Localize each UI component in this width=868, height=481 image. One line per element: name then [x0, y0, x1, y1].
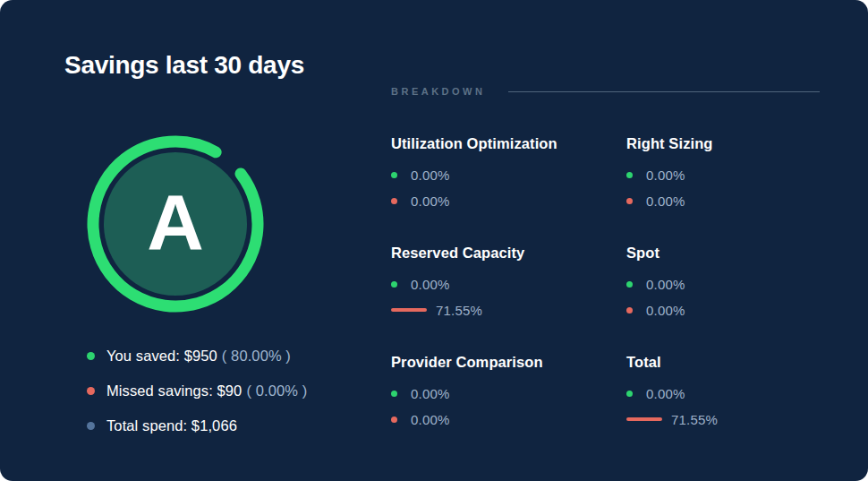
missed-dot-icon: [391, 417, 397, 423]
saved-percent-value: 0.00%: [646, 386, 685, 401]
missed-line-row: 71.55%: [626, 411, 820, 427]
saved-dot-icon: [626, 172, 633, 178]
section-provider-comparison: Provider Comparison 0.00% 0.00%: [391, 353, 626, 427]
section-right-sizing: Right Sizing 0.00% 0.00%: [626, 134, 820, 209]
saved-dot-icon: [626, 391, 633, 397]
saved-percent-row: 0.00%: [626, 276, 820, 292]
total-dot-icon: [87, 422, 95, 430]
section-title: Total: [626, 353, 820, 371]
missed-dot-icon: [391, 198, 397, 204]
saved-percent-value: 0.00%: [646, 167, 685, 183]
stat-label: You saved: $950: [106, 348, 217, 364]
saved-percent-row: 0.00%: [391, 385, 626, 401]
stats-list: You saved: $950( 80.00% ) Missed savings…: [87, 348, 307, 434]
section-reserved-capacity: Reserved Capacity 0.00% 71.55%: [391, 244, 626, 318]
missed-percent-value: 71.55%: [436, 303, 482, 318]
missed-dot-icon: [626, 307, 633, 314]
savings-card: Savings last 30 days A You saved: $950( …: [0, 0, 868, 481]
missed-dot-icon: [87, 387, 95, 395]
breakdown-label: BREAKDOWN: [391, 86, 485, 97]
saved-percent-value: 0.00%: [411, 277, 450, 292]
section-spot: Spot 0.00% 0.00%: [626, 244, 820, 318]
section-title: Spot: [626, 244, 820, 262]
page-title: Savings last 30 days: [64, 51, 304, 80]
stat-label: Total spend: $1,066: [106, 417, 237, 434]
saved-dot-icon: [391, 281, 397, 288]
stat-you-saved: You saved: $950( 80.00% ): [87, 348, 307, 364]
saved-percent-row: 0.00%: [626, 385, 820, 401]
saved-dot-icon: [87, 352, 95, 360]
missed-percent-row: 0.00%: [626, 193, 820, 209]
missed-line-row: 71.55%: [391, 302, 626, 318]
missed-percent-row: 0.00%: [391, 411, 626, 427]
missed-dot-icon: [626, 198, 633, 204]
saved-percent-value: 0.00%: [411, 167, 450, 183]
section-title: Right Sizing: [626, 134, 820, 152]
missed-percent-value: 0.00%: [646, 303, 685, 318]
missed-percent-row: 0.00%: [626, 302, 820, 318]
missed-percent-row: 0.00%: [391, 193, 626, 209]
missed-percent-value: 0.00%: [646, 193, 685, 209]
missed-percent-value: 0.00%: [411, 412, 450, 427]
breakdown-grid: Utilization Optimization 0.00% 0.00% Rig…: [391, 134, 820, 427]
saved-dot-icon: [626, 281, 633, 288]
stat-total-spend: Total spend: $1,066: [87, 417, 307, 434]
stat-label: Missed savings: $90: [106, 382, 242, 399]
saved-percent-value: 0.00%: [411, 386, 450, 401]
section-title: Provider Comparison: [391, 353, 626, 371]
saved-percent-row: 0.00%: [391, 276, 626, 292]
missed-percent-value: 71.55%: [671, 412, 718, 427]
stat-percent: ( 0.00% ): [246, 382, 307, 399]
saved-percent-row: 0.00%: [626, 167, 820, 183]
section-title: Reserved Capacity: [391, 244, 626, 262]
saved-percent-value: 0.00%: [646, 277, 685, 292]
breakdown-divider: [508, 91, 820, 92]
section-utilization-optimization: Utilization Optimization 0.00% 0.00%: [391, 134, 626, 209]
stat-missed-savings: Missed savings: $90( 0.00% ): [87, 382, 307, 399]
section-total: Total 0.00% 71.55%: [626, 353, 820, 427]
saved-percent-row: 0.00%: [391, 167, 626, 183]
missed-line-icon: [626, 417, 662, 421]
missed-percent-value: 0.00%: [411, 193, 450, 209]
breakdown-header: BREAKDOWN: [391, 86, 820, 97]
saved-dot-icon: [391, 172, 397, 178]
section-title: Utilization Optimization: [391, 134, 626, 152]
grade-letter: A: [81, 130, 269, 318]
missed-line-icon: [391, 308, 427, 312]
grade-ring: A: [81, 130, 269, 318]
stat-percent: ( 80.00% ): [222, 348, 291, 364]
saved-dot-icon: [391, 391, 397, 397]
